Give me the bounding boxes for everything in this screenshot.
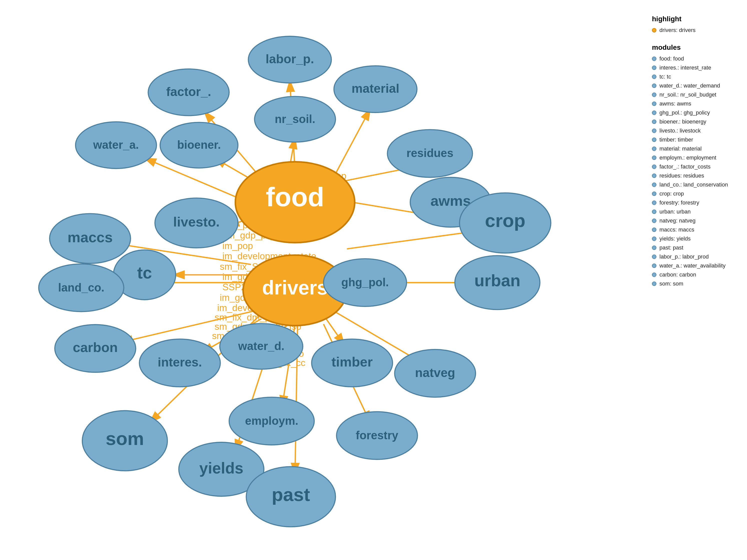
legend-module-residues: residues: residues <box>652 172 737 179</box>
legend-dot-blue-water-a <box>652 264 656 268</box>
node-carbon[interactable]: carbon <box>55 324 136 372</box>
legend-label-som: som: som <box>660 281 683 287</box>
svg-text:forestry: forestry <box>356 429 398 442</box>
legend-module-timber: timber: timber <box>652 136 737 143</box>
legend-module-past: past: past <box>652 244 737 251</box>
svg-text:bioener.: bioener. <box>177 138 221 151</box>
legend-dot-blue-yields <box>652 237 656 241</box>
legend-module-land-co: land_co.: land_conservation <box>652 182 737 188</box>
svg-text:water_d.: water_d. <box>238 340 284 352</box>
node-nr-soil[interactable]: nr_soil. <box>255 97 336 142</box>
legend-label-food: food: food <box>660 55 684 62</box>
node-forestry[interactable]: forestry <box>336 412 417 459</box>
legend-module-forestry: forestry: forestry <box>652 199 737 206</box>
legend-label-maccs: maccs: maccs <box>660 226 694 233</box>
svg-text:past: past <box>272 484 310 505</box>
svg-text:urban: urban <box>474 271 520 290</box>
svg-line-14 <box>347 231 479 249</box>
legend-module-nr-soil: nr_soil.: nr_soil_budget <box>652 91 737 98</box>
node-food[interactable]: food <box>235 162 355 243</box>
legend-module-labor-p: labor_p.: labor_prod <box>652 254 737 260</box>
node-bioener[interactable]: bioener. <box>160 122 238 168</box>
legend-dot-blue-land-co <box>652 183 656 187</box>
svg-text:drivers: drivers <box>262 277 328 299</box>
node-material[interactable]: material <box>334 66 417 112</box>
legend-label-natveg: natveg: natveg <box>660 217 695 224</box>
legend-label-livesto: livesto.: livestock <box>660 128 701 134</box>
svg-text:employm.: employm. <box>245 415 299 427</box>
legend-module-livesto: livesto.: livestock <box>652 128 737 134</box>
node-factor[interactable]: factor_. <box>148 69 229 116</box>
legend-dot-blue-maccs <box>652 228 656 232</box>
node-water-d[interactable]: water_d. <box>220 323 303 369</box>
node-natveg[interactable]: natveg <box>395 349 476 397</box>
legend-dot-blue-bioener <box>652 119 656 124</box>
legend-highlight-title: highlight <box>652 15 737 23</box>
legend-dot-blue-awms <box>652 102 656 106</box>
legend-label-material: material: material <box>660 145 702 152</box>
node-residues[interactable]: residues <box>387 130 472 178</box>
legend-dot-blue-forestry <box>652 201 656 205</box>
legend-modules-title: modules <box>652 44 737 52</box>
legend-label-carbon: carbon: carbon <box>660 271 696 278</box>
legend-dot-blue-factor <box>652 164 656 169</box>
legend-dot-blue-interes <box>652 65 656 70</box>
legend-label-forestry: forestry: forestry <box>660 199 699 206</box>
node-timber[interactable]: timber <box>312 339 393 387</box>
node-interes[interactable]: interes. <box>139 339 221 387</box>
legend-module-interes: interes.: interest_rate <box>652 64 737 71</box>
node-labor-p[interactable]: labor_p. <box>249 36 332 83</box>
legend-label-bioener: bioener.: bioenergy <box>660 118 706 125</box>
node-ghg-pol[interactable]: ghg_pol. <box>324 259 407 306</box>
node-som[interactable]: som <box>82 411 168 471</box>
node-employm[interactable]: employm. <box>229 397 314 445</box>
svg-text:nr_soil.: nr_soil. <box>275 113 315 126</box>
legend-highlight-label-drivers: drivers: drivers <box>660 27 695 33</box>
svg-text:yields: yields <box>199 459 243 477</box>
legend-label-residues: residues: residues <box>660 172 704 179</box>
node-maccs[interactable]: maccs <box>50 214 131 264</box>
svg-text:timber: timber <box>332 354 373 369</box>
node-livesto[interactable]: livesto. <box>155 198 238 248</box>
node-land-co[interactable]: land_co. <box>39 264 124 312</box>
svg-text:livesto.: livesto. <box>173 214 220 229</box>
svg-text:maccs: maccs <box>68 229 113 245</box>
legend-dot-blue-labor-p <box>652 255 656 259</box>
svg-text:residues: residues <box>407 147 454 160</box>
legend-label-awms: awms: awms <box>660 101 691 107</box>
svg-text:awms: awms <box>431 192 471 209</box>
legend-module-food: food: food <box>652 55 737 62</box>
legend-module-water-d: water_d.: water_demand <box>652 82 737 89</box>
legend-module-ghg-pol: ghg_pol.: ghg_policy <box>652 109 737 116</box>
legend-dot-blue-water-d <box>652 83 656 88</box>
legend-label-ghg-pol: ghg_pol.: ghg_policy <box>660 109 710 116</box>
legend-module-bioener: bioener.: bioenergy <box>652 118 737 125</box>
legend-label-water-d: water_d.: water_demand <box>660 82 720 89</box>
legend-module-carbon: carbon: carbon <box>652 271 737 278</box>
svg-text:crop: crop <box>485 210 525 231</box>
svg-text:som: som <box>106 428 144 449</box>
legend-dot-blue-timber <box>652 137 656 142</box>
legend-module-crop: crop: crop <box>652 190 737 197</box>
svg-text:tc: tc <box>137 264 152 282</box>
legend-dot-blue-crop <box>652 191 656 196</box>
legend-module-tc: tc: tc <box>652 74 737 80</box>
legend-module-employm: employm.: employment <box>652 155 737 161</box>
legend-module-awms: awms: awms <box>652 101 737 107</box>
legend-highlight-item-drivers: drivers: drivers <box>652 27 737 33</box>
legend-module-yields: yields: yields <box>652 236 737 242</box>
node-urban[interactable]: urban <box>455 256 540 310</box>
svg-text:land_co.: land_co. <box>58 281 104 294</box>
node-crop[interactable]: crop <box>460 193 551 253</box>
legend-dot-blue-carbon <box>652 272 656 277</box>
legend-module-maccs: maccs: maccs <box>652 226 737 233</box>
legend-panel: highlight drivers: drivers modules food:… <box>642 0 747 560</box>
legend-module-som: som: som <box>652 281 737 287</box>
legend-dot-blue-urban <box>652 210 656 214</box>
legend-label-factor: factor_.: factor_costs <box>660 163 711 170</box>
node-past[interactable]: past <box>246 467 335 527</box>
legend-dot-blue-residues <box>652 174 656 178</box>
node-water-a[interactable]: water_a. <box>76 122 157 168</box>
graph-area: sm_fix_cc / im_pop im_pop_id_iso sm_fix_… <box>0 0 642 560</box>
edge-label-im-pop-2: im_pop <box>223 240 253 251</box>
